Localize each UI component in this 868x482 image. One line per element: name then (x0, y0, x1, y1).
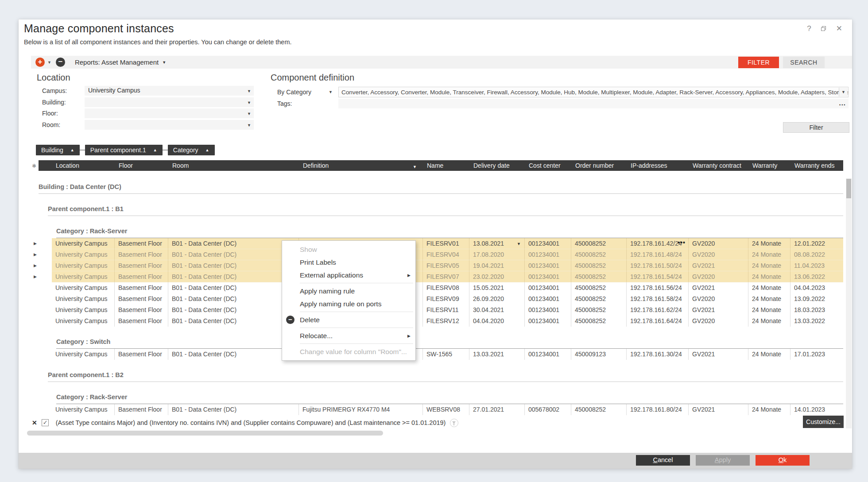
table-row[interactable]: ▶University CampusBasement FloorB01 - Da… (52, 271, 843, 282)
column-header-delivery[interactable]: Delivery date (469, 162, 525, 169)
menu-item-relocate[interactable]: Relocate...▶ (282, 329, 415, 342)
by-category-caret-icon[interactable]: ▼ (329, 90, 333, 94)
cell-warranty[interactable]: 24 Monate (748, 293, 790, 305)
table-row[interactable]: University CampusBasement FloorB01 - Dat… (52, 404, 843, 415)
cell-location[interactable]: University Campus (52, 260, 115, 271)
cell-room[interactable]: B01 - Data Center (DC) (168, 249, 299, 260)
cell-room[interactable]: B01 - Data Center (DC) (168, 305, 299, 316)
filter-tab-button[interactable]: FILTER (738, 57, 779, 68)
cell-order[interactable]: 450008252 (571, 282, 627, 293)
categories-dropdown-icon[interactable]: ▼ (839, 88, 848, 96)
cell-floor[interactable]: Basement Floor (115, 293, 168, 305)
column-header-definition[interactable]: Definition▼ (299, 162, 423, 169)
cell-location[interactable]: University Campus (52, 305, 115, 316)
expand-row-icon[interactable]: ▶ (34, 274, 37, 279)
cell-delivery[interactable]: 17.08.2020 (469, 249, 525, 260)
cell-delivery[interactable]: 26.09.2020 (469, 293, 525, 305)
cell-location[interactable]: University Campus (52, 316, 115, 327)
cell-room[interactable]: B01 - Data Center (DC) (168, 316, 299, 327)
cell-ip[interactable]: 192.178.161.80/24 (627, 404, 689, 415)
horizontal-scrollbar-thumb[interactable] (27, 431, 383, 436)
column-header-warranty[interactable]: Warranty (748, 162, 790, 169)
sort-asc-icon[interactable]: ▲ (70, 148, 74, 152)
cell-ip[interactable]: 192.178.161.50/24 (627, 260, 689, 271)
cell-floor[interactable]: Basement Floor (115, 305, 168, 316)
location-campus-select[interactable]: University Campus▼ (85, 86, 254, 96)
menu-item-delete[interactable]: −Delete (282, 313, 415, 326)
dropdown-caret-icon[interactable]: ▼ (247, 89, 251, 93)
close-icon[interactable]: ✕ (836, 25, 842, 32)
cell-name[interactable]: FILESRV09 (423, 293, 469, 305)
cell-order[interactable]: 450008252 (571, 238, 627, 249)
remove-filter-icon[interactable]: ✕ (32, 419, 37, 426)
ip-addresses-more-button[interactable]: ••• (678, 239, 686, 246)
table-row[interactable]: University CampusBasement FloorB01 - Dat… (52, 349, 843, 360)
sort-asc-icon[interactable]: ▲ (153, 148, 157, 152)
cell-wends[interactable]: 11.04.2023 (790, 260, 843, 271)
cell-order[interactable]: 450008252 (571, 404, 627, 415)
table-row[interactable]: ▶University CampusBasement FloorB01 - Da… (52, 260, 843, 271)
cell-order[interactable]: 450009123 (571, 349, 627, 360)
location-floor-select[interactable]: ▼ (85, 108, 254, 118)
cell-cost[interactable]: 001234001 (525, 271, 571, 282)
cell-delivery[interactable]: 23.02.2020 (469, 271, 525, 282)
group-label-level-3[interactable]: Category : Switch (56, 338, 843, 345)
cell-name[interactable]: FILESRV01 (423, 238, 469, 249)
cell-warranty[interactable]: 24 Monate (748, 238, 790, 249)
cell-ip[interactable]: 192.178.161.56/24 (627, 282, 689, 293)
cell-wcontract[interactable]: GV2021 (689, 404, 748, 415)
cell-location[interactable]: University Campus (52, 271, 115, 282)
cell-ip[interactable]: 192.178.161.64/24 (627, 316, 689, 327)
cell-wends[interactable]: 14.01.2023 (790, 404, 843, 415)
cell-order[interactable]: 450008252 (571, 271, 627, 282)
cell-wends[interactable]: 13.03.2022 (790, 316, 843, 327)
cell-wends[interactable]: 13.09.2022 (790, 293, 843, 305)
column-header-wcontract[interactable]: Warranty contract (689, 162, 748, 169)
grouping-chip-building[interactable]: Building▲ (36, 145, 80, 155)
cell-definition[interactable]: Fujitsu PRIMERGY RX4770 M4 (299, 404, 423, 415)
cell-wcontract[interactable]: GV2021 (689, 349, 748, 360)
cell-wends[interactable]: 12.01.2022 (790, 238, 843, 249)
table-row[interactable]: ▶University CampusBasement FloorB01 - Da… (52, 249, 843, 260)
cell-name[interactable]: FILESRV07 (423, 271, 469, 282)
add-dropdown-caret-icon[interactable]: ▼ (47, 60, 51, 65)
group-label-level-1[interactable]: Building : Data Center (DC) (39, 183, 843, 190)
help-icon[interactable]: ? (807, 25, 811, 32)
cell-warranty[interactable]: 24 Monate (748, 282, 790, 293)
ok-button[interactable]: Ok (756, 455, 810, 466)
cell-floor[interactable]: Basement Floor (115, 316, 168, 327)
cell-delivery[interactable]: 15.05.2021 (469, 282, 525, 293)
cell-wcontract[interactable]: GV2020 (689, 293, 748, 305)
cell-floor[interactable]: Basement Floor (115, 249, 168, 260)
cell-delivery[interactable]: 13.03.2021 (469, 349, 525, 360)
by-category-label[interactable]: By Category (277, 89, 311, 96)
location-building-select[interactable]: ▼ (85, 97, 254, 107)
menu-item-external-applications[interactable]: External applications▶ (282, 269, 415, 281)
cell-delivery[interactable]: 04.04.2020 (469, 316, 525, 327)
cell-order[interactable]: 450008252 (571, 305, 627, 316)
tags-input[interactable]: ... (338, 99, 849, 108)
cell-location[interactable]: University Campus (52, 238, 115, 249)
table-row[interactable]: University CampusBasement FloorB01 - Dat… (52, 316, 843, 327)
grouping-chip-parent-component-1[interactable]: Parent component.1▲ (85, 145, 163, 155)
definition-sort-icon[interactable]: ▼ (413, 165, 417, 169)
categories-input[interactable]: Converter, Accessory, Converter, Module,… (338, 87, 849, 97)
cell-wcontract[interactable]: GV2020 (689, 316, 748, 327)
search-tab-button[interactable]: SEARCH (783, 57, 825, 68)
cell-warranty[interactable]: 24 Monate (748, 271, 790, 282)
cell-delivery[interactable]: 30.04.2021 (469, 305, 525, 316)
cell-room[interactable]: B01 - Data Center (DC) (168, 271, 299, 282)
apply-button[interactable]: Apply (696, 455, 750, 466)
cell-room[interactable]: B01 - Data Center (DC) (168, 349, 299, 360)
cell-order[interactable]: 450008252 (571, 249, 627, 260)
group-label-level-2[interactable]: Parent component.1 : B2 (48, 371, 843, 378)
cell-wends[interactable]: 17.01.2023 (790, 349, 843, 360)
cell-cost[interactable]: 001234001 (525, 293, 571, 305)
cell-ip[interactable]: 192.178.161.48/24 (627, 249, 689, 260)
table-row[interactable]: University CampusBasement FloorB01 - Dat… (52, 293, 843, 305)
column-header-location[interactable]: Location (52, 162, 115, 169)
dropdown-caret-icon[interactable]: ▼ (247, 112, 251, 116)
cell-delivery[interactable]: 27.01.2021 (469, 404, 525, 415)
cell-ip[interactable]: 192.178.161.30/24 (627, 349, 689, 360)
cell-warranty[interactable]: 24 Monate (748, 404, 790, 415)
